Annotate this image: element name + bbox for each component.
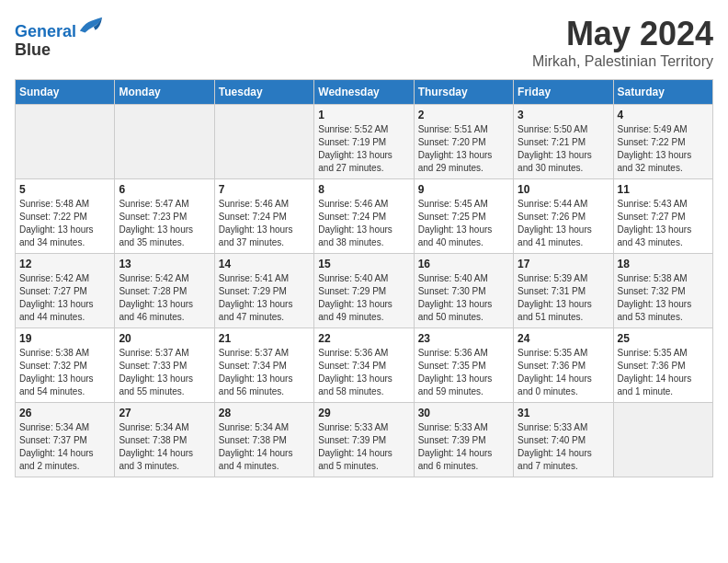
day-info: Sunrise: 5:52 AM Sunset: 7:19 PM Dayligh…: [318, 123, 409, 175]
day-number: 22: [318, 332, 409, 345]
day-number: 13: [119, 258, 210, 270]
day-number: 28: [219, 407, 310, 419]
day-info: Sunrise: 5:50 AM Sunset: 7:21 PM Dayligh…: [518, 123, 609, 175]
day-info: Sunrise: 5:40 AM Sunset: 7:30 PM Dayligh…: [418, 272, 509, 324]
day-info: Sunrise: 5:33 AM Sunset: 7:40 PM Dayligh…: [518, 421, 609, 473]
day-info: Sunrise: 5:34 AM Sunset: 7:38 PM Dayligh…: [219, 421, 310, 473]
day-info: Sunrise: 5:37 AM Sunset: 7:34 PM Dayligh…: [219, 347, 310, 398]
calendar-day-cell: 9Sunrise: 5:45 AM Sunset: 7:25 PM Daylig…: [414, 179, 513, 254]
day-info: Sunrise: 5:45 AM Sunset: 7:25 PM Dayligh…: [418, 198, 509, 249]
day-number: 10: [518, 183, 609, 196]
day-info: Sunrise: 5:49 AM Sunset: 7:22 PM Dayligh…: [618, 123, 709, 175]
day-number: 20: [119, 332, 210, 345]
day-info: Sunrise: 5:41 AM Sunset: 7:29 PM Dayligh…: [219, 272, 310, 324]
day-number: 24: [518, 332, 609, 345]
calendar-day-cell: 18Sunrise: 5:38 AM Sunset: 7:32 PM Dayli…: [613, 254, 712, 328]
calendar-day-header: Wednesday: [314, 80, 414, 105]
day-number: 5: [19, 183, 110, 196]
day-info: Sunrise: 5:51 AM Sunset: 7:20 PM Dayligh…: [418, 123, 509, 175]
calendar-day-cell: 19Sunrise: 5:38 AM Sunset: 7:32 PM Dayli…: [16, 328, 115, 403]
calendar-week-row: 19Sunrise: 5:38 AM Sunset: 7:32 PM Dayli…: [16, 328, 713, 403]
day-number: 30: [418, 407, 509, 419]
day-info: Sunrise: 5:42 AM Sunset: 7:27 PM Dayligh…: [19, 272, 110, 324]
calendar-day-cell: 4Sunrise: 5:49 AM Sunset: 7:22 PM Daylig…: [613, 105, 712, 179]
location-subtitle: Mirkah, Palestinian Territory: [532, 53, 713, 70]
calendar-day-cell: 12Sunrise: 5:42 AM Sunset: 7:27 PM Dayli…: [16, 254, 115, 328]
calendar-day-cell: 16Sunrise: 5:40 AM Sunset: 7:30 PM Dayli…: [414, 254, 513, 328]
day-number: 4: [618, 109, 709, 121]
day-number: 6: [119, 183, 210, 196]
day-info: Sunrise: 5:46 AM Sunset: 7:24 PM Dayligh…: [219, 198, 310, 249]
day-number: 23: [418, 332, 509, 345]
calendar-body: 1Sunrise: 5:52 AM Sunset: 7:19 PM Daylig…: [16, 105, 713, 477]
day-info: Sunrise: 5:33 AM Sunset: 7:39 PM Dayligh…: [418, 421, 509, 473]
day-number: 26: [19, 407, 110, 419]
day-number: 9: [418, 183, 509, 196]
calendar-day-cell: 23Sunrise: 5:36 AM Sunset: 7:35 PM Dayli…: [414, 328, 513, 403]
day-info: Sunrise: 5:36 AM Sunset: 7:34 PM Dayligh…: [318, 347, 409, 398]
calendar-day-cell: 7Sunrise: 5:46 AM Sunset: 7:24 PM Daylig…: [214, 179, 313, 254]
day-number: 8: [318, 183, 409, 196]
day-number: 15: [318, 258, 409, 270]
calendar-day-cell: 6Sunrise: 5:47 AM Sunset: 7:23 PM Daylig…: [115, 179, 214, 254]
day-number: 16: [418, 258, 509, 270]
calendar-week-row: 12Sunrise: 5:42 AM Sunset: 7:27 PM Dayli…: [16, 254, 713, 328]
day-info: Sunrise: 5:33 AM Sunset: 7:39 PM Dayligh…: [318, 421, 409, 473]
day-number: 31: [518, 407, 609, 419]
calendar-week-row: 26Sunrise: 5:34 AM Sunset: 7:37 PM Dayli…: [16, 403, 713, 477]
calendar-day-cell: 17Sunrise: 5:39 AM Sunset: 7:31 PM Dayli…: [514, 254, 613, 328]
calendar-day-header: Tuesday: [214, 80, 313, 105]
day-number: 14: [219, 258, 310, 270]
day-info: Sunrise: 5:43 AM Sunset: 7:27 PM Dayligh…: [618, 198, 709, 249]
calendar-day-cell: 8Sunrise: 5:46 AM Sunset: 7:24 PM Daylig…: [314, 179, 414, 254]
calendar-day-cell: 14Sunrise: 5:41 AM Sunset: 7:29 PM Dayli…: [214, 254, 313, 328]
calendar-day-cell: 3Sunrise: 5:50 AM Sunset: 7:21 PM Daylig…: [514, 105, 613, 179]
calendar-day-header: Saturday: [613, 80, 712, 105]
day-number: 12: [19, 258, 110, 270]
calendar-day-cell: 27Sunrise: 5:34 AM Sunset: 7:38 PM Dayli…: [115, 403, 214, 477]
calendar-day-cell: [16, 105, 115, 179]
day-number: 19: [19, 332, 110, 345]
day-info: Sunrise: 5:37 AM Sunset: 7:33 PM Dayligh…: [119, 347, 210, 398]
calendar-day-header: Sunday: [16, 80, 115, 105]
day-info: Sunrise: 5:35 AM Sunset: 7:36 PM Dayligh…: [618, 347, 709, 398]
calendar-day-cell: 15Sunrise: 5:40 AM Sunset: 7:29 PM Dayli…: [314, 254, 414, 328]
calendar-day-cell: 5Sunrise: 5:48 AM Sunset: 7:22 PM Daylig…: [16, 179, 115, 254]
calendar-week-row: 1Sunrise: 5:52 AM Sunset: 7:19 PM Daylig…: [16, 105, 713, 179]
calendar-day-cell: [613, 403, 712, 477]
calendar-day-cell: 20Sunrise: 5:37 AM Sunset: 7:33 PM Dayli…: [115, 328, 214, 403]
day-number: 11: [618, 183, 709, 196]
calendar-day-cell: 30Sunrise: 5:33 AM Sunset: 7:39 PM Dayli…: [414, 403, 513, 477]
calendar-day-cell: 2Sunrise: 5:51 AM Sunset: 7:20 PM Daylig…: [414, 105, 513, 179]
calendar-day-cell: 21Sunrise: 5:37 AM Sunset: 7:34 PM Dayli…: [214, 328, 313, 403]
calendar-day-header: Thursday: [414, 80, 513, 105]
day-info: Sunrise: 5:42 AM Sunset: 7:28 PM Dayligh…: [119, 272, 210, 324]
day-number: 17: [518, 258, 609, 270]
day-info: Sunrise: 5:40 AM Sunset: 7:29 PM Dayligh…: [318, 272, 409, 324]
calendar-day-cell: [115, 105, 214, 179]
calendar-day-cell: 13Sunrise: 5:42 AM Sunset: 7:28 PM Dayli…: [115, 254, 214, 328]
logo-bird-icon: [78, 15, 104, 37]
calendar-day-cell: 22Sunrise: 5:36 AM Sunset: 7:34 PM Dayli…: [314, 328, 414, 403]
calendar-header-row: SundayMondayTuesdayWednesdayThursdayFrid…: [16, 80, 713, 105]
calendar-day-cell: 11Sunrise: 5:43 AM Sunset: 7:27 PM Dayli…: [613, 179, 712, 254]
calendar-day-cell: 10Sunrise: 5:44 AM Sunset: 7:26 PM Dayli…: [514, 179, 613, 254]
day-number: 7: [219, 183, 310, 196]
day-number: 29: [318, 407, 409, 419]
calendar-day-cell: 1Sunrise: 5:52 AM Sunset: 7:19 PM Daylig…: [314, 105, 414, 179]
day-number: 21: [219, 332, 310, 345]
page-header: General Blue May 2024 Mirkah, Palestinia…: [15, 15, 713, 70]
calendar-day-cell: 25Sunrise: 5:35 AM Sunset: 7:36 PM Dayli…: [613, 328, 712, 403]
day-info: Sunrise: 5:38 AM Sunset: 7:32 PM Dayligh…: [618, 272, 709, 324]
calendar-day-cell: 31Sunrise: 5:33 AM Sunset: 7:40 PM Dayli…: [514, 403, 613, 477]
day-info: Sunrise: 5:34 AM Sunset: 7:38 PM Dayligh…: [119, 421, 210, 473]
calendar-day-cell: 24Sunrise: 5:35 AM Sunset: 7:36 PM Dayli…: [514, 328, 613, 403]
day-number: 3: [518, 109, 609, 121]
day-info: Sunrise: 5:38 AM Sunset: 7:32 PM Dayligh…: [19, 347, 110, 398]
logo-text: General Blue: [15, 15, 104, 60]
calendar-day-cell: 28Sunrise: 5:34 AM Sunset: 7:38 PM Dayli…: [214, 403, 313, 477]
day-info: Sunrise: 5:39 AM Sunset: 7:31 PM Dayligh…: [518, 272, 609, 324]
day-info: Sunrise: 5:34 AM Sunset: 7:37 PM Dayligh…: [19, 421, 110, 473]
day-info: Sunrise: 5:35 AM Sunset: 7:36 PM Dayligh…: [518, 347, 609, 398]
calendar-day-header: Friday: [514, 80, 613, 105]
